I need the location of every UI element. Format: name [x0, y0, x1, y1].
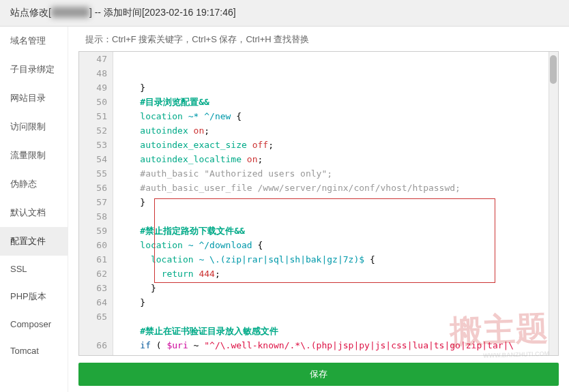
- scrollbar-track[interactable]: [549, 52, 558, 355]
- line-number: 55: [79, 166, 107, 181]
- code-content[interactable]: } #目录浏览配置&& location ~* ^/new { autoinde…: [113, 52, 558, 355]
- code-line[interactable]: }: [119, 281, 558, 295]
- sidebar: 域名管理子目录绑定网站目录访问限制流量限制伪静态默认文档配置文件SSLPHP版本…: [0, 27, 68, 392]
- code-line[interactable]: location ~ \.(zip|rar|sql|sh|bak|gz|7z)$…: [119, 252, 558, 267]
- line-number: 66: [79, 338, 107, 352]
- sidebar-item-subdir[interactable]: 子目录绑定: [0, 55, 68, 84]
- code-line[interactable]: if ( $uri ~ "^/\.well-known/.*\.(php|jsp…: [119, 338, 558, 355]
- line-number: 63: [79, 281, 107, 295]
- code-line[interactable]: #目录浏览配置&&: [119, 95, 558, 109]
- line-number: 62: [79, 267, 107, 281]
- line-number: 57: [79, 195, 107, 209]
- code-line[interactable]: autoindex_localtime on;: [119, 152, 558, 166]
- line-number: 48: [79, 66, 107, 80]
- sidebar-item-domain[interactable]: 域名管理: [0, 27, 68, 55]
- sidebar-item-php[interactable]: PHP版本: [0, 282, 68, 311]
- sidebar-item-webdir[interactable]: 网站目录: [0, 84, 68, 112]
- line-number: 52: [79, 123, 107, 138]
- sidebar-item-traffic[interactable]: 流量限制: [0, 141, 68, 170]
- code-line[interactable]: location ~* ^/new {: [119, 109, 558, 123]
- scrollbar-thumb[interactable]: [550, 55, 557, 84]
- code-line[interactable]: [119, 209, 558, 224]
- line-number: 64: [79, 295, 107, 310]
- code-line[interactable]: }: [119, 195, 558, 209]
- sidebar-item-ssl[interactable]: SSL: [0, 256, 68, 282]
- code-line[interactable]: }: [119, 80, 558, 95]
- line-number: 67: [79, 352, 107, 356]
- sidebar-item-rewrite[interactable]: 伪静态: [0, 170, 68, 198]
- line-number: 50: [79, 95, 107, 109]
- line-number: 54: [79, 152, 107, 166]
- code-editor[interactable]: 4748495051525354555657585960616263646566…: [78, 51, 559, 356]
- line-number: 61: [79, 252, 107, 267]
- code-line[interactable]: #禁止在证书验证目录放入敏感文件: [119, 324, 558, 338]
- dialog-title: 站点修改[xxxxxxxx] -- 添加时间[2023-02-16 19:17:…: [0, 0, 569, 27]
- sidebar-item-composer[interactable]: Composer: [0, 311, 68, 337]
- sidebar-item-config[interactable]: 配置文件: [0, 227, 68, 256]
- code-line[interactable]: [119, 310, 558, 324]
- code-line[interactable]: #auth_basic_user_file /www/server/nginx/…: [119, 181, 558, 195]
- line-number: 51: [79, 109, 107, 123]
- code-line[interactable]: autoindex on;: [119, 123, 558, 138]
- sidebar-item-default[interactable]: 默认文档: [0, 198, 68, 227]
- line-number: 59: [79, 224, 107, 238]
- line-number: 53: [79, 138, 107, 152]
- line-number: 58: [79, 209, 107, 224]
- code-line[interactable]: }: [119, 295, 558, 310]
- code-line[interactable]: autoindex_exact_size off;: [119, 138, 558, 152]
- line-gutter: 4748495051525354555657585960616263646566…: [79, 52, 113, 355]
- sidebar-item-access[interactable]: 访问限制: [0, 112, 68, 141]
- code-line[interactable]: #禁止指定路劲下载文件&&: [119, 224, 558, 238]
- code-line[interactable]: return 444;: [119, 267, 558, 281]
- code-line[interactable]: #auth_basic "Authorized users only";: [119, 166, 558, 181]
- line-number: 47: [79, 52, 107, 66]
- line-number: 60: [79, 238, 107, 252]
- site-name-blurred: xxxxxxxx: [51, 7, 89, 18]
- code-line[interactable]: location ~ ^/download {: [119, 238, 558, 252]
- main-panel: 提示：Ctrl+F 搜索关键字，Ctrl+S 保存，Ctrl+H 查找替换 47…: [68, 27, 569, 392]
- line-number: 56: [79, 181, 107, 195]
- line-number: 49: [79, 80, 107, 95]
- sidebar-item-tomcat[interactable]: Tomcat: [0, 337, 68, 364]
- editor-hint: 提示：Ctrl+F 搜索关键字，Ctrl+S 保存，Ctrl+H 查找替换: [78, 33, 559, 46]
- line-number: 65: [79, 310, 107, 324]
- save-button[interactable]: 保存: [78, 363, 559, 386]
